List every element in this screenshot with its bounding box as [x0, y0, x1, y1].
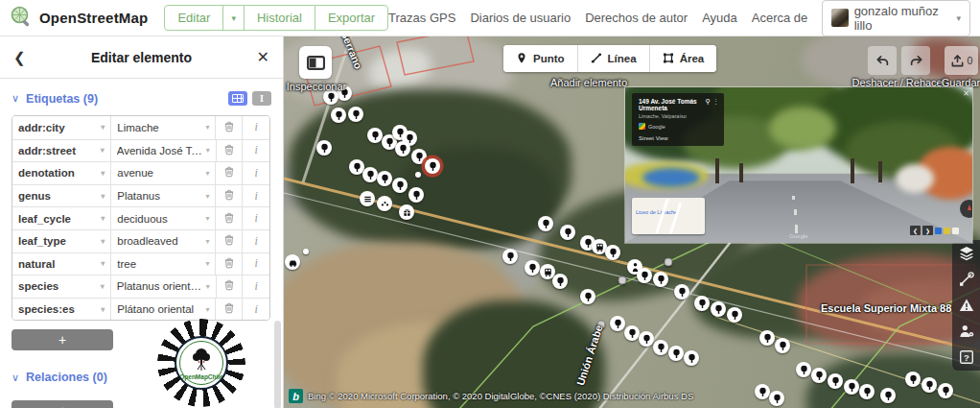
help-icon[interactable]: ?: [958, 348, 975, 366]
tree-marker[interactable]: [938, 383, 953, 398]
tree-marker[interactable]: [637, 268, 652, 283]
user-menu[interactable]: gonzalo muñoz lillo ▾: [822, 0, 970, 36]
tag-key-combo[interactable]: denotation▾: [12, 162, 111, 184]
tag-info-button[interactable]: i: [243, 253, 269, 276]
street-view-inset[interactable]: 149 Av. José Tomás Urmeneta Limache, Val…: [625, 87, 972, 243]
tag-key-combo[interactable]: genus▾: [12, 185, 111, 207]
tag-value-combo[interactable]: tree▾: [111, 253, 216, 276]
tags-section-header[interactable]: ∨ Etiquetas (9) I: [0, 79, 283, 113]
fullscreen-toggle-icon[interactable]: [952, 228, 959, 234]
tree-marker[interactable]: [755, 384, 770, 399]
tag-value-combo[interactable]: Platanus▾: [111, 185, 216, 207]
nav-next-icon[interactable]: ❯: [922, 226, 933, 235]
layers-icon[interactable]: [958, 245, 975, 262]
nav-link-1[interactable]: Diarios de usuario: [470, 11, 571, 25]
tree-marker[interactable]: [377, 171, 392, 186]
car-marker[interactable]: [285, 254, 300, 270]
delete-tag-button[interactable]: [216, 185, 243, 207]
tag-value-combo[interactable]: avenue▾: [111, 162, 216, 184]
tree-marker[interactable]: [859, 384, 875, 399]
map-canvas[interactable]: SerranoUnión ÁrabeEscuela Superior Mixta…: [284, 36, 980, 408]
tag-info-button[interactable]: i: [243, 276, 269, 298]
nav-link-3[interactable]: Ayuda: [702, 11, 737, 25]
tree-marker[interactable]: [525, 260, 540, 276]
tree-marker[interactable]: [337, 85, 352, 101]
tag-info-button[interactable]: i: [243, 162, 269, 184]
tag-info-button[interactable]: i: [243, 207, 269, 229]
tag-value-combo[interactable]: Limache▾: [111, 116, 216, 139]
tag-key-combo[interactable]: leaf_type▾: [12, 230, 111, 252]
tag-value-combo[interactable]: deciduous▾: [111, 207, 216, 229]
tree-marker[interactable]: [610, 316, 625, 331]
close-icon[interactable]: ✕: [963, 89, 969, 98]
menu-marker[interactable]: [360, 191, 375, 206]
tree-marker[interactable]: [408, 187, 424, 203]
tree-marker[interactable]: [844, 379, 859, 395]
tag-key-combo[interactable]: natural▾: [12, 253, 111, 276]
point-vertex[interactable]: [415, 172, 421, 178]
issues-icon[interactable]: [958, 297, 975, 314]
add-relation-button[interactable]: +: [12, 400, 113, 408]
redo-button[interactable]: [901, 46, 930, 75]
tree-marker[interactable]: [653, 272, 668, 287]
brand[interactable]: OpenStreetMap: [0, 5, 148, 32]
tree-marker[interactable]: [392, 178, 408, 193]
tree-marker[interactable]: [684, 350, 699, 366]
tree-marker[interactable]: [316, 140, 332, 156]
tag-info-button[interactable]: i: [243, 230, 269, 252]
tree-marker[interactable]: [502, 249, 518, 264]
tree-marker[interactable]: [605, 245, 620, 260]
tree-marker[interactable]: [905, 372, 921, 387]
tree-marker[interactable]: [362, 167, 378, 182]
tag-text-view-icon[interactable]: I: [252, 91, 271, 106]
selected-tree-marker[interactable]: [425, 158, 440, 174]
tree-marker[interactable]: [580, 289, 595, 304]
tree-marker[interactable]: [560, 225, 575, 240]
street-view-minimap[interactable]: Liceo de Limache: [632, 198, 705, 234]
export-button[interactable]: Exportar: [315, 5, 388, 31]
tree-marker[interactable]: [323, 89, 338, 105]
edit-button[interactable]: Editar: [164, 5, 223, 31]
delete-tag-button[interactable]: [216, 230, 243, 252]
tag-info-button[interactable]: i: [243, 185, 269, 207]
nav-link-2[interactable]: Derechos de autor: [585, 11, 688, 25]
tree-marker[interactable]: [348, 107, 363, 122]
point-vertex[interactable]: [303, 249, 309, 254]
save-button[interactable]: 0: [945, 46, 978, 75]
tree-marker[interactable]: [880, 388, 896, 403]
tree-marker[interactable]: [922, 377, 937, 393]
tree-marker[interactable]: [395, 141, 410, 156]
tag-value-combo[interactable]: Avenida José Tom…▾: [111, 140, 217, 162]
close-icon[interactable]: ✕: [250, 48, 269, 66]
edit-dropdown-caret[interactable]: ▾: [222, 5, 245, 31]
way-vertex[interactable]: [618, 276, 627, 285]
tag-info-button[interactable]: i: [243, 140, 269, 162]
delete-tag-button[interactable]: [216, 299, 243, 321]
tag-value-combo[interactable]: Plátano oriental▾: [111, 299, 216, 321]
tag-key-combo[interactable]: leaf_cycle▾: [12, 207, 111, 229]
inspect-mode-button[interactable]: [299, 46, 332, 79]
nav-prev-icon[interactable]: ❮: [910, 226, 921, 235]
tag-info-button[interactable]: i: [243, 299, 269, 321]
tree-marker[interactable]: [639, 331, 654, 347]
delete-tag-button[interactable]: [216, 162, 243, 184]
delete-tag-button[interactable]: [216, 207, 243, 229]
delete-tag-button[interactable]: [217, 276, 244, 298]
delete-tag-button[interactable]: [216, 116, 243, 139]
tag-key-combo[interactable]: addr:city▾: [12, 116, 111, 139]
add-tag-button[interactable]: +: [12, 329, 113, 350]
way-vertex[interactable]: [597, 321, 606, 329]
tag-value-combo[interactable]: broadleaved▾: [111, 230, 216, 252]
delete-tag-button[interactable]: [216, 253, 243, 276]
kebab-menu-icon[interactable]: ⋮: [712, 98, 719, 106]
layer-toggle-icon[interactable]: [944, 228, 950, 234]
tree-marker[interactable]: [367, 128, 383, 143]
delete-tag-button[interactable]: [217, 140, 244, 162]
tree-marker[interactable]: [828, 373, 843, 389]
tree-marker[interactable]: [538, 216, 553, 231]
tree-marker[interactable]: [775, 338, 790, 353]
tree-marker[interactable]: [711, 301, 726, 317]
tree-marker[interactable]: [331, 108, 346, 123]
mode-button-area[interactable]: Área: [649, 45, 717, 72]
mode-button-punto[interactable]: Punto: [503, 45, 577, 72]
